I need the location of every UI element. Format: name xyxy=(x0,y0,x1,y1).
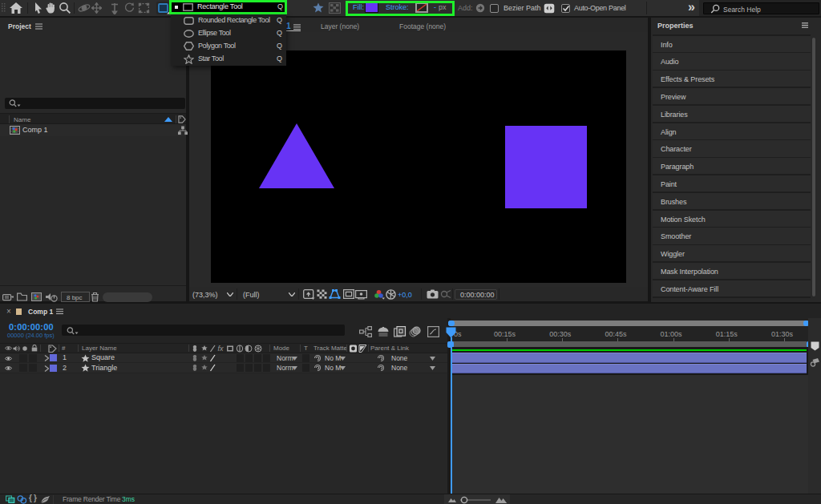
svg-text:fx: fx xyxy=(218,345,224,353)
